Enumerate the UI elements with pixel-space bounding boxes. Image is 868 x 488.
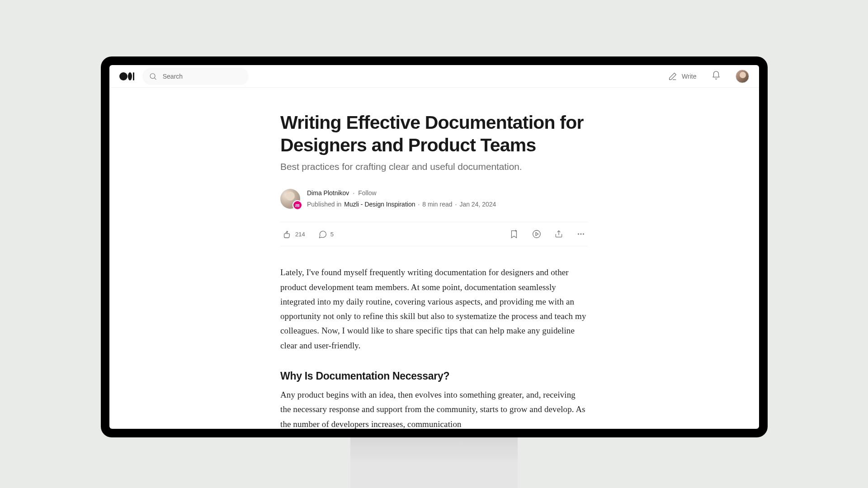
- bookmark-icon: [509, 229, 519, 239]
- author-name[interactable]: Dima Plotnikov: [307, 188, 349, 198]
- read-time: 8 min read: [422, 200, 452, 210]
- monitor-stand: [350, 437, 518, 488]
- play-icon: [532, 229, 542, 239]
- bookmark-button[interactable]: [509, 229, 519, 239]
- published-in-label: Published in: [307, 200, 341, 210]
- more-button[interactable]: [576, 229, 586, 239]
- comment-icon: [318, 230, 327, 239]
- monitor-frame: Write Writing Effective Documentation fo…: [101, 56, 768, 437]
- write-label: Write: [682, 73, 696, 80]
- user-avatar[interactable]: [736, 70, 749, 83]
- separator-dot: ·: [455, 200, 457, 210]
- svg-line-1: [155, 78, 156, 80]
- share-icon: [554, 230, 563, 239]
- follow-button[interactable]: Follow: [358, 188, 376, 198]
- more-icon: [576, 229, 586, 239]
- separator-dot: ·: [418, 200, 420, 210]
- listen-button[interactable]: [532, 229, 542, 239]
- action-bar: 214 5: [280, 222, 588, 246]
- article-subtitle: Best practices for crafting clear and us…: [280, 161, 588, 172]
- article-paragraph: Lately, I've found myself frequently wri…: [280, 265, 588, 353]
- svg-point-3: [578, 234, 579, 235]
- clap-icon: [282, 229, 292, 239]
- bell-icon: [711, 70, 721, 80]
- responses-count: 5: [330, 231, 334, 238]
- publish-date: Jan 24, 2024: [459, 200, 496, 210]
- clap-button[interactable]: 214: [282, 229, 305, 239]
- article-title: Writing Effective Documentation for Desi…: [280, 111, 588, 157]
- publication-badge[interactable]: m: [292, 200, 302, 210]
- clap-count: 214: [295, 231, 305, 238]
- svg-point-4: [580, 234, 582, 235]
- share-button[interactable]: [554, 230, 563, 239]
- write-button[interactable]: Write: [668, 71, 696, 81]
- byline-text: Dima Plotnikov · Follow Published in Muz…: [307, 188, 496, 209]
- search-icon: [149, 71, 157, 81]
- svg-point-5: [583, 234, 584, 235]
- author-avatar-wrap: m: [280, 189, 300, 209]
- search-box[interactable]: [142, 68, 249, 85]
- article: Writing Effective Documentation for Desi…: [280, 88, 588, 429]
- medium-logo[interactable]: [119, 72, 135, 80]
- section-heading: Why Is Documentation Necessary?: [280, 370, 588, 382]
- write-icon: [668, 71, 678, 81]
- header: Write: [109, 65, 759, 88]
- screen: Write Writing Effective Documentation fo…: [109, 65, 759, 429]
- search-input[interactable]: [163, 73, 242, 80]
- byline: m Dima Plotnikov · Follow Published in M…: [280, 188, 588, 209]
- publication-name[interactable]: Muzli - Design Inspiration: [344, 200, 415, 210]
- notifications-button[interactable]: [711, 70, 721, 82]
- responses-button[interactable]: 5: [318, 230, 334, 239]
- separator-dot: ·: [353, 188, 354, 198]
- svg-point-2: [533, 230, 541, 238]
- svg-point-0: [150, 73, 155, 78]
- article-paragraph: Any product begins with an idea, then ev…: [280, 388, 588, 429]
